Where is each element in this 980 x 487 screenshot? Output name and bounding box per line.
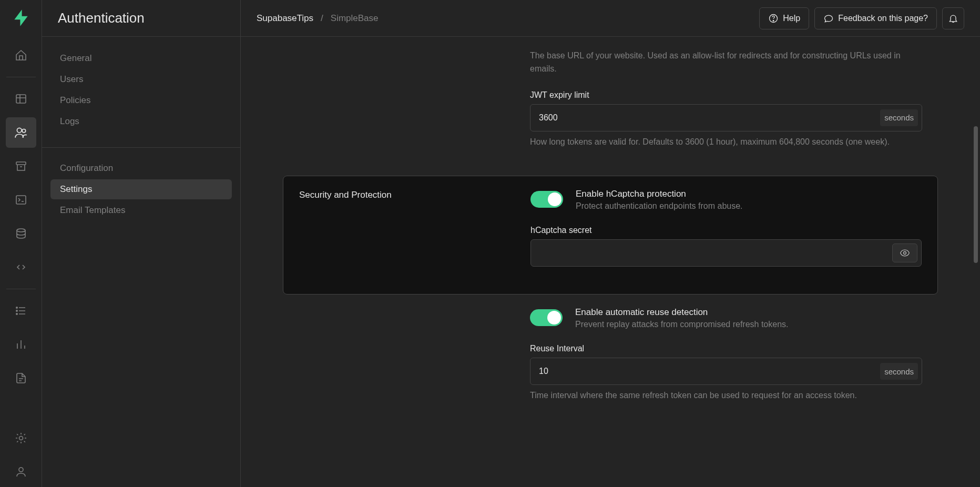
- feedback-button-label: Feedback on this page?: [838, 14, 928, 23]
- hcaptcha-secret-label: hCaptcha secret: [530, 226, 922, 235]
- sidebar-item-logs[interactable]: Logs: [50, 111, 232, 131]
- svg-point-7: [16, 310, 17, 311]
- icon-rail: [0, 0, 42, 487]
- reuse-interval-unit: seconds: [880, 363, 918, 380]
- hcaptcha-toggle-title: Enable hCaptcha protection: [576, 189, 743, 199]
- main: The base URL of your website. Used as an…: [241, 37, 980, 487]
- security-section: Security and Protection Enable hCaptcha …: [283, 176, 938, 295]
- reveal-secret-button[interactable]: [892, 244, 917, 262]
- svg-point-10: [19, 468, 23, 472]
- sidebar-item-settings[interactable]: Settings: [50, 179, 232, 199]
- help-button-label: Help: [783, 14, 800, 23]
- chat-icon: [823, 13, 834, 24]
- notifications-button[interactable]: [942, 7, 964, 29]
- storage-icon[interactable]: [6, 151, 36, 181]
- svg-rect-0: [16, 95, 26, 103]
- sidebar-item-policies[interactable]: Policies: [50, 90, 232, 110]
- database-icon[interactable]: [6, 218, 36, 249]
- jwt-expiry-unit: seconds: [880, 109, 918, 126]
- reuse-detection-title: Enable automatic reuse detection: [575, 307, 789, 318]
- logo-icon[interactable]: [8, 5, 34, 31]
- terminal-icon[interactable]: [6, 185, 36, 215]
- breadcrumb: SupabaseTips / SimpleBase: [257, 13, 379, 24]
- table-icon[interactable]: [6, 84, 36, 114]
- svg-rect-3: [16, 162, 26, 165]
- hcaptcha-secret-input[interactable]: [530, 239, 922, 267]
- jwt-expiry-input[interactable]: [530, 104, 922, 131]
- help-circle-icon: [768, 13, 779, 24]
- bell-icon: [948, 13, 958, 24]
- svg-point-2: [22, 129, 25, 133]
- site-url-help: The base URL of your website. Used as an…: [530, 49, 922, 76]
- scrollbar[interactable]: [973, 37, 979, 487]
- hcaptcha-toggle-desc: Protect authentication endpoints from ab…: [576, 201, 743, 211]
- help-button[interactable]: Help: [759, 7, 809, 29]
- hcaptcha-toggle[interactable]: [530, 191, 563, 208]
- reports-icon[interactable]: [6, 329, 36, 360]
- settings-icon[interactable]: [6, 423, 36, 453]
- svg-point-5: [17, 229, 25, 232]
- breadcrumb-root[interactable]: SupabaseTips: [257, 13, 313, 24]
- sidebar-item-configuration[interactable]: Configuration: [50, 158, 232, 178]
- svg-point-9: [19, 437, 23, 440]
- scrollbar-thumb[interactable]: [974, 126, 978, 263]
- account-icon[interactable]: [6, 456, 36, 487]
- sidebar-item-email-templates[interactable]: Email Templates: [50, 200, 232, 220]
- sidebar-item-users[interactable]: Users: [50, 69, 232, 89]
- svg-point-1: [17, 128, 22, 133]
- list-icon[interactable]: [6, 296, 36, 326]
- sidebar: Authentication General Users Policies Lo…: [42, 0, 241, 487]
- reuse-detection-desc: Prevent replay attacks from compromised …: [575, 320, 789, 329]
- svg-point-6: [16, 307, 17, 308]
- jwt-expiry-label: JWT expiry limit: [530, 90, 922, 100]
- svg-point-13: [904, 252, 906, 255]
- reuse-detection-toggle[interactable]: [530, 309, 563, 326]
- home-icon[interactable]: [6, 40, 36, 70]
- file-icon[interactable]: [6, 363, 36, 393]
- reuse-interval-label: Reuse Interval: [530, 344, 922, 353]
- sidebar-item-general[interactable]: General: [50, 48, 232, 68]
- reuse-interval-help: Time interval where the same refresh tok…: [530, 389, 922, 402]
- users-icon[interactable]: [6, 117, 36, 148]
- svg-rect-4: [16, 196, 26, 204]
- api-icon[interactable]: [6, 252, 36, 282]
- breadcrumb-current[interactable]: SimpleBase: [331, 13, 379, 24]
- eye-icon: [900, 248, 910, 258]
- security-heading: Security and Protection: [299, 189, 520, 281]
- topbar: SupabaseTips / SimpleBase Help Feedback …: [241, 0, 980, 37]
- page-title: Authentication: [58, 10, 145, 26]
- reuse-interval-input[interactable]: [530, 358, 922, 385]
- jwt-expiry-help: How long tokens are valid for. Defaults …: [530, 136, 922, 149]
- settings-scroll[interactable]: The base URL of your website. Used as an…: [241, 37, 980, 487]
- svg-point-12: [773, 20, 774, 21]
- svg-point-8: [16, 313, 17, 314]
- feedback-button[interactable]: Feedback on this page?: [814, 7, 937, 29]
- breadcrumb-sep: /: [321, 13, 323, 24]
